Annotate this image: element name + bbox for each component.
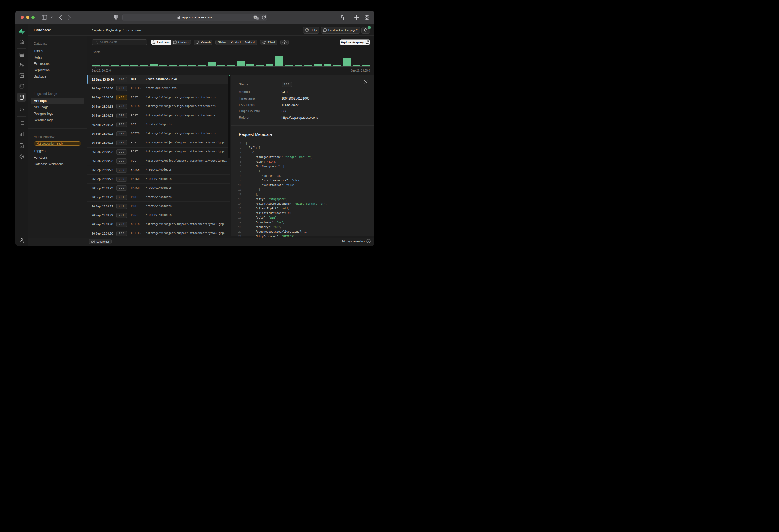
svg-text:?: ? — [306, 29, 308, 31]
svg-text:?: ? — [368, 240, 369, 243]
svg-text:A: A — [254, 16, 256, 18]
